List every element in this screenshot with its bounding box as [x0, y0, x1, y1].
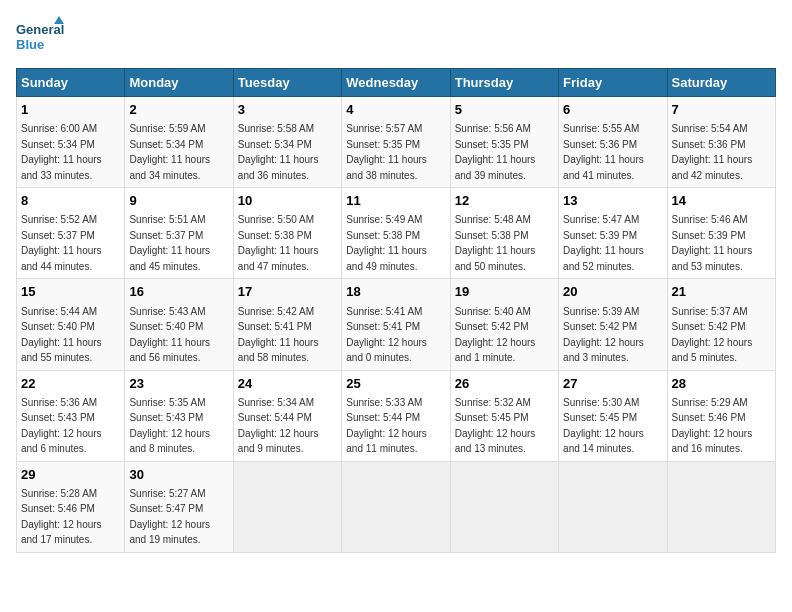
day-info: Sunrise: 5:33 AMSunset: 5:44 PMDaylight:…	[346, 397, 427, 455]
calendar-cell: 23Sunrise: 5:35 AMSunset: 5:43 PMDayligh…	[125, 370, 233, 461]
weekday-header: Sunday	[17, 69, 125, 97]
calendar-cell: 24Sunrise: 5:34 AMSunset: 5:44 PMDayligh…	[233, 370, 341, 461]
weekday-header: Monday	[125, 69, 233, 97]
calendar-week-row: 8Sunrise: 5:52 AMSunset: 5:37 PMDaylight…	[17, 188, 776, 279]
calendar-cell: 12Sunrise: 5:48 AMSunset: 5:38 PMDayligh…	[450, 188, 558, 279]
day-info: Sunrise: 5:54 AMSunset: 5:36 PMDaylight:…	[672, 123, 753, 181]
day-number: 27	[563, 375, 662, 393]
day-number: 13	[563, 192, 662, 210]
calendar-cell	[233, 461, 341, 552]
day-number: 9	[129, 192, 228, 210]
day-info: Sunrise: 5:29 AMSunset: 5:46 PMDaylight:…	[672, 397, 753, 455]
day-number: 24	[238, 375, 337, 393]
svg-marker-2	[54, 16, 64, 24]
calendar-cell: 1Sunrise: 6:00 AMSunset: 5:34 PMDaylight…	[17, 97, 125, 188]
calendar-cell: 16Sunrise: 5:43 AMSunset: 5:40 PMDayligh…	[125, 279, 233, 370]
calendar-week-row: 1Sunrise: 6:00 AMSunset: 5:34 PMDaylight…	[17, 97, 776, 188]
day-info: Sunrise: 5:35 AMSunset: 5:43 PMDaylight:…	[129, 397, 210, 455]
calendar-cell: 28Sunrise: 5:29 AMSunset: 5:46 PMDayligh…	[667, 370, 775, 461]
day-number: 12	[455, 192, 554, 210]
calendar-cell: 13Sunrise: 5:47 AMSunset: 5:39 PMDayligh…	[559, 188, 667, 279]
calendar-cell: 6Sunrise: 5:55 AMSunset: 5:36 PMDaylight…	[559, 97, 667, 188]
day-number: 7	[672, 101, 771, 119]
day-number: 22	[21, 375, 120, 393]
day-number: 16	[129, 283, 228, 301]
calendar-cell: 14Sunrise: 5:46 AMSunset: 5:39 PMDayligh…	[667, 188, 775, 279]
day-number: 1	[21, 101, 120, 119]
day-info: Sunrise: 5:28 AMSunset: 5:46 PMDaylight:…	[21, 488, 102, 546]
day-info: Sunrise: 5:50 AMSunset: 5:38 PMDaylight:…	[238, 214, 319, 272]
calendar-cell: 11Sunrise: 5:49 AMSunset: 5:38 PMDayligh…	[342, 188, 450, 279]
day-number: 5	[455, 101, 554, 119]
calendar-cell: 5Sunrise: 5:56 AMSunset: 5:35 PMDaylight…	[450, 97, 558, 188]
calendar-cell	[450, 461, 558, 552]
calendar-week-row: 15Sunrise: 5:44 AMSunset: 5:40 PMDayligh…	[17, 279, 776, 370]
day-number: 11	[346, 192, 445, 210]
day-number: 21	[672, 283, 771, 301]
day-number: 10	[238, 192, 337, 210]
day-info: Sunrise: 5:55 AMSunset: 5:36 PMDaylight:…	[563, 123, 644, 181]
calendar-cell: 4Sunrise: 5:57 AMSunset: 5:35 PMDaylight…	[342, 97, 450, 188]
calendar-cell: 3Sunrise: 5:58 AMSunset: 5:34 PMDaylight…	[233, 97, 341, 188]
day-info: Sunrise: 5:36 AMSunset: 5:43 PMDaylight:…	[21, 397, 102, 455]
weekday-header: Friday	[559, 69, 667, 97]
calendar-cell: 2Sunrise: 5:59 AMSunset: 5:34 PMDaylight…	[125, 97, 233, 188]
svg-text:Blue: Blue	[16, 37, 44, 52]
calendar-table: SundayMondayTuesdayWednesdayThursdayFrid…	[16, 68, 776, 553]
calendar-cell: 26Sunrise: 5:32 AMSunset: 5:45 PMDayligh…	[450, 370, 558, 461]
day-number: 8	[21, 192, 120, 210]
day-info: Sunrise: 5:44 AMSunset: 5:40 PMDaylight:…	[21, 306, 102, 364]
svg-text:General: General	[16, 22, 64, 37]
day-info: Sunrise: 5:43 AMSunset: 5:40 PMDaylight:…	[129, 306, 210, 364]
calendar-cell: 25Sunrise: 5:33 AMSunset: 5:44 PMDayligh…	[342, 370, 450, 461]
calendar-cell	[667, 461, 775, 552]
day-info: Sunrise: 5:37 AMSunset: 5:42 PMDaylight:…	[672, 306, 753, 364]
logo: General Blue	[16, 16, 68, 56]
day-number: 23	[129, 375, 228, 393]
day-info: Sunrise: 5:58 AMSunset: 5:34 PMDaylight:…	[238, 123, 319, 181]
day-number: 29	[21, 466, 120, 484]
weekday-header: Saturday	[667, 69, 775, 97]
calendar-cell: 19Sunrise: 5:40 AMSunset: 5:42 PMDayligh…	[450, 279, 558, 370]
day-number: 6	[563, 101, 662, 119]
day-info: Sunrise: 5:52 AMSunset: 5:37 PMDaylight:…	[21, 214, 102, 272]
day-number: 4	[346, 101, 445, 119]
calendar-cell: 20Sunrise: 5:39 AMSunset: 5:42 PMDayligh…	[559, 279, 667, 370]
day-info: Sunrise: 5:47 AMSunset: 5:39 PMDaylight:…	[563, 214, 644, 272]
calendar-cell: 30Sunrise: 5:27 AMSunset: 5:47 PMDayligh…	[125, 461, 233, 552]
calendar-cell: 27Sunrise: 5:30 AMSunset: 5:45 PMDayligh…	[559, 370, 667, 461]
day-number: 15	[21, 283, 120, 301]
day-number: 26	[455, 375, 554, 393]
day-number: 28	[672, 375, 771, 393]
day-number: 30	[129, 466, 228, 484]
day-info: Sunrise: 5:59 AMSunset: 5:34 PMDaylight:…	[129, 123, 210, 181]
day-info: Sunrise: 6:00 AMSunset: 5:34 PMDaylight:…	[21, 123, 102, 181]
day-info: Sunrise: 5:32 AMSunset: 5:45 PMDaylight:…	[455, 397, 536, 455]
weekday-header-row: SundayMondayTuesdayWednesdayThursdayFrid…	[17, 69, 776, 97]
calendar-cell: 8Sunrise: 5:52 AMSunset: 5:37 PMDaylight…	[17, 188, 125, 279]
day-number: 25	[346, 375, 445, 393]
day-info: Sunrise: 5:40 AMSunset: 5:42 PMDaylight:…	[455, 306, 536, 364]
day-info: Sunrise: 5:57 AMSunset: 5:35 PMDaylight:…	[346, 123, 427, 181]
weekday-header: Tuesday	[233, 69, 341, 97]
day-info: Sunrise: 5:30 AMSunset: 5:45 PMDaylight:…	[563, 397, 644, 455]
calendar-cell: 15Sunrise: 5:44 AMSunset: 5:40 PMDayligh…	[17, 279, 125, 370]
day-number: 14	[672, 192, 771, 210]
day-info: Sunrise: 5:42 AMSunset: 5:41 PMDaylight:…	[238, 306, 319, 364]
day-info: Sunrise: 5:46 AMSunset: 5:39 PMDaylight:…	[672, 214, 753, 272]
calendar-cell: 29Sunrise: 5:28 AMSunset: 5:46 PMDayligh…	[17, 461, 125, 552]
calendar-cell: 7Sunrise: 5:54 AMSunset: 5:36 PMDaylight…	[667, 97, 775, 188]
day-info: Sunrise: 5:48 AMSunset: 5:38 PMDaylight:…	[455, 214, 536, 272]
day-info: Sunrise: 5:41 AMSunset: 5:41 PMDaylight:…	[346, 306, 427, 364]
calendar-cell: 9Sunrise: 5:51 AMSunset: 5:37 PMDaylight…	[125, 188, 233, 279]
calendar-week-row: 22Sunrise: 5:36 AMSunset: 5:43 PMDayligh…	[17, 370, 776, 461]
day-info: Sunrise: 5:34 AMSunset: 5:44 PMDaylight:…	[238, 397, 319, 455]
calendar-cell: 10Sunrise: 5:50 AMSunset: 5:38 PMDayligh…	[233, 188, 341, 279]
calendar-cell: 18Sunrise: 5:41 AMSunset: 5:41 PMDayligh…	[342, 279, 450, 370]
calendar-cell: 21Sunrise: 5:37 AMSunset: 5:42 PMDayligh…	[667, 279, 775, 370]
weekday-header: Thursday	[450, 69, 558, 97]
calendar-cell: 22Sunrise: 5:36 AMSunset: 5:43 PMDayligh…	[17, 370, 125, 461]
day-info: Sunrise: 5:51 AMSunset: 5:37 PMDaylight:…	[129, 214, 210, 272]
day-info: Sunrise: 5:27 AMSunset: 5:47 PMDaylight:…	[129, 488, 210, 546]
day-number: 2	[129, 101, 228, 119]
